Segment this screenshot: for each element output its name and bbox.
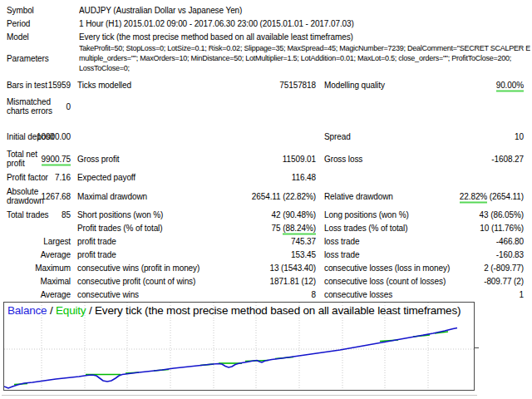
highlighted-value: 9900.75 [42,154,71,165]
report-value-prefix: 75 [272,224,283,233]
report-value: 745.37 [150,237,316,246]
highlighted-value: (88.24%) [283,224,316,235]
report-value: 7.16 [7,173,71,182]
report-text: 13 (1543.40) [269,264,316,273]
report-text: Symbol [7,6,34,15]
report-text: Model [7,32,29,42]
report-label: Period [7,19,55,28]
report-value: Average [7,290,71,299]
report-value: -466.80 [316,237,524,246]
report-text: 85 [62,210,71,219]
report-row: Bars in test15959Ticks modelled75157818M… [0,78,532,91]
chart-title: Balance / Equity / Every tick (the most … [7,304,471,317]
report-value: Largest [7,237,71,246]
report-text: -466.80 [496,237,524,246]
report-text: 745.37 [291,237,316,246]
report-value: 10 [316,131,524,140]
report-value: 8 [150,290,316,299]
report-text: Parameters [7,54,49,63]
chart-frame-bottom-line [2,395,477,396]
highlighted-value: 22.82% [460,192,487,204]
report-text: 2 (-809.77) [484,264,524,273]
report-text: 10 (11.76%) [480,224,524,233]
report-value: 11509.01 [150,154,316,163]
report-value: -160.83 [316,250,524,259]
report-value: 43 (86.05%) [316,210,524,219]
balance-equity-chart: Balance / Equity / Every tick (the most … [3,302,475,391]
report-value: 75 (88.24%) [150,224,316,233]
y-axis-tick [474,347,479,348]
report-label: AUDJPY (Australian Dollar vs Japanese Ye… [79,6,530,15]
report-text: 43 (86.05%) [480,210,524,219]
strategy-tester-report: { "report": { "rows": [ {"h":16,"cells":… [0,0,532,399]
report-text: profit trade [77,250,116,259]
report-value: 13 (1543.40) [150,264,316,273]
report-text: (Australian Dollar vs Japanese Yen) [111,6,243,15]
report-text: 0 [66,102,71,111]
report-value: -1608.27 [316,154,524,163]
report-value: 10 (11.76%) [316,224,524,233]
balance-label: Balance [7,304,47,317]
parameters-line: multiple_orders=""; MaxOrders=10; MinDis… [79,54,530,64]
balance-line [4,328,457,389]
report-label: Every tick (the most precise method base… [79,32,530,42]
report-text: 7.16 [55,173,71,182]
report-text: 42 (90.48%) [272,210,316,219]
report-text: -1608.27 [491,154,524,163]
report-value: Maximal [7,277,71,286]
report-text: 11509.01 [283,154,316,163]
parameters-line: TakeProfit=50; StopLoss=0; LotSize=0.1; … [79,44,530,54]
chart-title-rest: / Every tick (the most precise method ba… [86,304,461,317]
report-text: 1871.81 (12) [269,277,316,286]
report-text: Maximum [35,264,71,273]
report-value: 75157818 [150,81,316,90]
report-value: 42 (90.48%) [150,210,316,219]
report-text: 2654.11 (22.82%) [252,192,316,201]
report-text: 10000.00 [37,131,71,140]
equity-label: Equity [56,304,86,317]
report-value: Maximum [7,264,71,273]
report-value: 2654.11 (22.82%) [150,192,316,201]
report-text: Average [41,250,71,259]
strategy-report-table: SymbolAUDJPY (Australian Dollar vs Japan… [0,3,532,301]
report-value: 0 [7,102,71,111]
report-row: Averageprofit trade153.45loss trade-160.… [0,248,532,261]
report-text: 1 [520,290,524,299]
report-text: Largest [43,237,71,246]
report-row: Maximalconsecutive profit (count of wins… [0,274,532,288]
report-label: TakeProfit=50; StopLoss=0; LotSize=0.1; … [79,44,530,74]
report-row: Largestprofit trade745.37loss trade-466.… [0,234,532,248]
report-value: 10000.00 [7,131,71,140]
report-value: 153.45 [150,250,316,259]
highlighted-value: 90.00% [496,81,524,92]
report-row: Averageconsecutive wins8consecutive loss… [0,288,532,301]
report-value: 9900.75 [7,154,71,163]
report-text: (2654.11) [487,192,524,201]
report-value: 1267.68 [7,192,71,201]
report-text: 1267.68 [42,192,71,201]
report-label: Parameters [7,54,55,63]
chart-title-separator: / [47,304,56,317]
report-text: Average [41,290,71,299]
report-value: 22.82% (2654.11) [316,192,524,201]
report-value: 1871.81 (12) [150,277,316,286]
report-text: 10 [515,131,524,140]
report-label: 1 Hour (H1) 2015.01.02 09:00 - 2017.06.3… [79,19,530,28]
report-row: SymbolAUDJPY (Australian Dollar vs Japan… [0,3,532,17]
report-label: Model [7,32,55,42]
report-text: -160.83 [496,250,524,259]
report-row: ModelEvery tick (the most precise method… [0,30,532,43]
report-value: 2 (-809.77) [316,264,524,273]
report-text: Maximal drawdown [77,192,147,201]
report-row: Period1 Hour (H1) 2015.01.02 09:00 - 201… [0,17,532,30]
report-row: ParametersTakeProfit=50; StopLoss=0; Lot… [0,43,532,73]
report-text: Maximal [40,277,71,286]
report-text: 116.48 [292,173,316,182]
report-text: Every tick (the most precise method base… [79,32,353,42]
report-text: 1 Hour (H1) 2015.01.02 09:00 - 2017.06.3… [79,19,354,28]
report-value: 1 [316,290,524,299]
report-label: Symbol [7,6,55,15]
report-row: Mismatched charts errors0 [0,91,532,121]
report-row: Maximumconsecutive wins (profit in money… [0,261,532,274]
report-value: 116.48 [150,173,316,182]
